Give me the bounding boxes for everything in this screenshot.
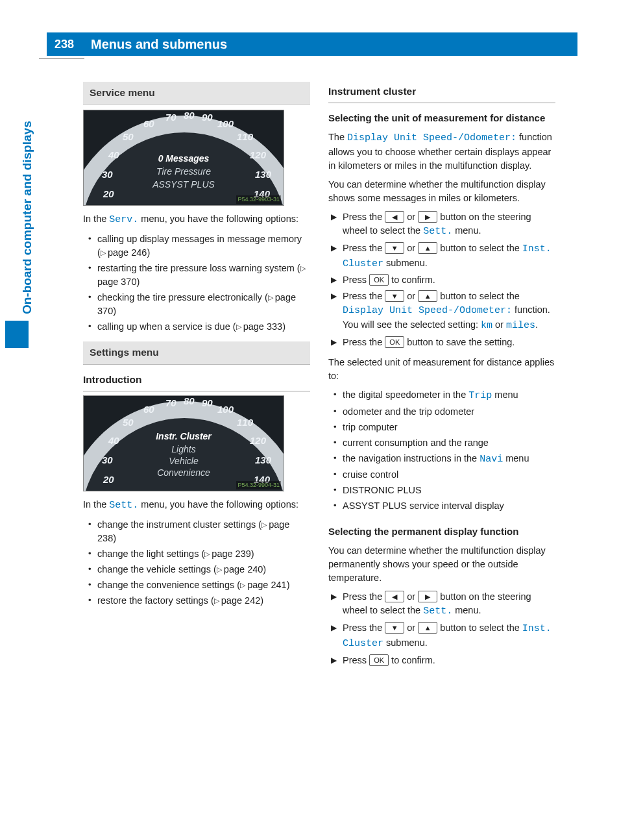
list-item: change the convenience settings (▷ page …	[88, 578, 310, 592]
gauge-code: P54.32-9903-31	[236, 195, 281, 204]
ok-key-icon: OK	[369, 654, 389, 666]
list-item: change the light settings (▷ page 239)	[88, 547, 310, 561]
applies-list: the digital speedometer in the Trip menu…	[328, 388, 555, 513]
settings-bullets: change the instrument cluster settings (…	[83, 518, 310, 608]
unit-head: Selecting the unit of measurement for di…	[328, 107, 555, 128]
step: ▶ Press the ▼ or ▲ button to select the …	[331, 241, 555, 271]
list-item: cruise control	[334, 468, 555, 482]
list-item: trip computer	[334, 421, 555, 434]
list-item: DISTRONIC PLUS	[334, 484, 555, 497]
left-key-icon: ◀	[385, 591, 404, 602]
tick: 70	[165, 396, 176, 410]
list-item: restore the factory settings (▷ page 242…	[88, 594, 310, 608]
tick: 110	[237, 130, 253, 144]
applies-intro: The selected unit of measurement for dis…	[328, 356, 555, 383]
step: ▶ Press OK to confirm.	[331, 273, 555, 287]
unit-p1: The Display Unit Speed-/Odometer: functi…	[328, 130, 555, 173]
step: ▶ Press the ◀ or ▶ button on the steerin…	[331, 590, 555, 619]
instrument-cluster-head: Instrument cluster	[328, 82, 555, 103]
gauge-code: P54.32-9904-31	[236, 481, 281, 489]
up-key-icon: ▲	[418, 622, 437, 634]
list-item: the navigation instructions in the Navi …	[334, 452, 555, 467]
perm-p1: You can determine whether the multifunct…	[328, 544, 555, 585]
step: ▶ Press OK to confirm.	[331, 654, 555, 667]
list-item: checking the tire pressure electronicall…	[88, 291, 310, 318]
service-intro: In the Serv. menu, you have the followin…	[83, 212, 310, 227]
tick: 80	[184, 110, 195, 123]
list-item: calling up when a service is due (▷ page…	[88, 320, 310, 334]
list-item: restarting the tire pressure loss warnin…	[88, 262, 310, 289]
settings-intro: In the Sett. menu, you have the followin…	[83, 498, 310, 513]
service-gauge: 20 30 40 50 60 70 80 90 100 110 120 130 …	[83, 110, 284, 206]
list-item: the digital speedometer in the Trip menu	[334, 388, 555, 403]
down-key-icon: ▼	[385, 242, 404, 254]
ok-key-icon: OK	[385, 336, 404, 348]
page-title: Menus and submenus	[82, 32, 577, 56]
perm-head: Selecting the permanent display function	[328, 521, 555, 541]
tick: 80	[184, 395, 195, 408]
gauge-line: Tire Pressure	[84, 165, 284, 178]
list-item: odometer and the trip odometer	[334, 405, 555, 419]
tick: 100	[217, 117, 234, 131]
down-key-icon: ▼	[385, 290, 404, 302]
ok-key-icon: OK	[369, 274, 389, 286]
perm-steps: ▶ Press the ◀ or ▶ button on the steerin…	[328, 590, 555, 667]
gauge-line: Instr. Cluster	[84, 430, 284, 443]
side-tab: On-board computer and displays	[5, 100, 38, 347]
page-number: 238	[47, 32, 82, 56]
settings-menu-head: Settings menu	[83, 341, 310, 364]
side-tab-block	[5, 321, 29, 348]
tick: 90	[202, 396, 213, 410]
unit-p2: You can determine whether the multifunct…	[328, 178, 555, 205]
tick: 60	[143, 117, 154, 131]
gauge-line: Convenience	[84, 466, 284, 479]
right-column: Instrument cluster Selecting the unit of…	[328, 82, 555, 674]
list-item: current consumption and the range	[334, 436, 555, 450]
list-item: calling up display messages in message m…	[88, 232, 310, 260]
tick: 90	[202, 110, 213, 125]
step: ▶ Press the ◀ or ▶ button on the steerin…	[331, 210, 555, 239]
down-key-icon: ▼	[385, 622, 404, 634]
tick: 70	[165, 110, 176, 125]
tick: 60	[143, 402, 154, 417]
tick: 50	[123, 415, 134, 430]
right-key-icon: ▶	[418, 591, 437, 602]
left-column: Service menu 20 30 40 50 60 70 80 90 100…	[83, 82, 310, 674]
tick: 100	[217, 402, 234, 417]
up-key-icon: ▲	[418, 290, 437, 302]
up-key-icon: ▲	[418, 242, 437, 254]
list-item: ASSYST PLUS service interval display	[334, 499, 555, 513]
list-item: change the instrument cluster settings (…	[88, 518, 310, 545]
step: ▶ Press the OK button to save the settin…	[331, 336, 555, 349]
settings-intro-head: Introduction	[83, 370, 310, 391]
service-menu-head: Service menu	[83, 82, 310, 105]
gauge-line: ASSYST PLUS	[84, 178, 284, 191]
step: ▶ Press the ▼ or ▲ button to select the …	[331, 290, 555, 333]
left-key-icon: ◀	[385, 211, 404, 223]
top-rule	[39, 58, 84, 59]
right-key-icon: ▶	[418, 211, 437, 223]
unit-steps: ▶ Press the ◀ or ▶ button on the steerin…	[328, 210, 555, 349]
side-tab-label: On-board computer and displays	[18, 121, 36, 314]
page-header: 238 Menus and submenus	[47, 32, 577, 56]
tick: 50	[123, 130, 134, 144]
tick: 110	[237, 415, 253, 430]
list-item: change the vehicle settings (▷ page 240)	[88, 563, 310, 576]
service-bullets: calling up display messages in message m…	[83, 232, 310, 334]
step: ▶ Press the ▼ or ▲ button to select the …	[331, 621, 555, 651]
gauge-line: 0 Messages	[84, 152, 284, 165]
settings-gauge: 20 30 40 50 60 70 80 90 100 110 120 130 …	[83, 395, 284, 491]
